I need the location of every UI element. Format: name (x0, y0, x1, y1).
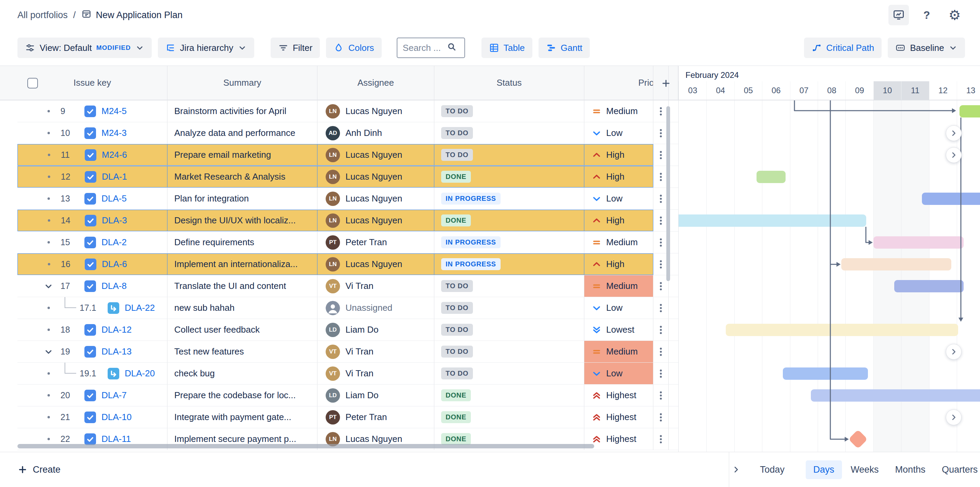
timeline-day-06[interactable]: 06 (762, 81, 790, 100)
row-menu-button[interactable] (654, 257, 668, 271)
priority-cell[interactable]: Medium (584, 275, 653, 297)
issue-key-link[interactable]: M24-6 (102, 149, 127, 160)
timeline-day-11[interactable]: 11 (901, 81, 929, 100)
vertical-scrollbar[interactable] (666, 106, 670, 281)
search-input[interactable] (403, 43, 447, 53)
column-header-issue-key[interactable]: Issue key (18, 66, 167, 100)
status-cell[interactable]: IN PROGRESS (434, 188, 584, 209)
priority-cell[interactable]: Medium (584, 232, 653, 253)
status-cell[interactable]: DONE (434, 406, 584, 428)
issue-key-link[interactable]: DLA-22 (125, 303, 155, 313)
issue-key-link[interactable]: DLA-13 (102, 346, 132, 357)
row-menu-button[interactable] (654, 279, 668, 293)
status-cell[interactable]: DONE (434, 385, 584, 406)
summary-cell[interactable]: Brainstorm activities for April (167, 100, 317, 122)
table-view-button[interactable]: Table (482, 38, 532, 58)
issue-key-link[interactable]: DLA-12 (102, 324, 132, 335)
priority-cell[interactable]: Highest (584, 406, 653, 428)
scroll-to-bar-button[interactable] (946, 344, 961, 360)
filter-button[interactable]: Filter (270, 38, 320, 58)
assignee-cell[interactable]: VTVi Tran (317, 363, 434, 384)
assignee-cell[interactable]: LNLucas Nguyen (317, 210, 434, 231)
help-button[interactable]: ? (916, 5, 937, 25)
issue-key-link[interactable]: DLA-8 (102, 281, 127, 291)
row-menu-button[interactable] (654, 170, 668, 184)
priority-cell[interactable]: Highest (584, 385, 653, 406)
status-cell[interactable]: TO DO (434, 275, 584, 297)
timeline-day-04[interactable]: 04 (706, 81, 734, 100)
summary-cell[interactable]: Test new features (167, 341, 317, 362)
row-menu-button[interactable] (654, 432, 668, 446)
row-menu-button[interactable] (654, 214, 668, 227)
timeline-day-13[interactable]: 13 (957, 81, 980, 100)
column-header-status[interactable]: Status (434, 66, 584, 100)
assignee-cell[interactable]: LNLucas Nguyen (317, 100, 434, 122)
present-mode-button[interactable] (888, 5, 909, 25)
issue-key-link[interactable]: DLA-2 (102, 237, 127, 247)
issue-key-link[interactable]: DLA-1 (102, 171, 127, 182)
timeline-day-07[interactable]: 07 (790, 81, 818, 100)
issue-key-link[interactable]: DLA-5 (102, 193, 127, 204)
status-cell[interactable]: TO DO (434, 363, 584, 384)
column-header-priority[interactable]: Priority (584, 66, 653, 100)
status-cell[interactable]: TO DO (434, 144, 584, 166)
summary-cell[interactable]: Design the UI/UX with localiz... (167, 210, 317, 231)
summary-cell[interactable]: Define requirements (167, 232, 317, 253)
issue-key-link[interactable]: DLA-10 (102, 412, 132, 422)
priority-cell[interactable]: High (584, 254, 653, 275)
row-menu-button[interactable] (654, 126, 668, 140)
summary-cell[interactable]: Implement an internationaliza... (167, 254, 317, 275)
priority-cell[interactable]: Low (584, 188, 653, 209)
priority-cell[interactable]: High (584, 166, 653, 187)
select-all-checkbox[interactable] (27, 78, 38, 89)
baseline-button[interactable]: Baseline (888, 38, 965, 58)
priority-cell[interactable]: Medium (584, 341, 653, 362)
priority-cell[interactable]: Medium (584, 100, 653, 122)
status-cell[interactable]: IN PROGRESS (434, 232, 584, 253)
row-menu-button[interactable] (654, 301, 668, 315)
issue-key-link[interactable]: M24-5 (102, 106, 127, 116)
assignee-cell[interactable]: VTVi Tran (317, 275, 434, 297)
critical-path-button[interactable]: Critical Path (804, 38, 881, 58)
scroll-to-bar-button[interactable] (946, 125, 961, 141)
assignee-cell[interactable]: PTPeter Tran (317, 406, 434, 428)
row-menu-button[interactable] (654, 345, 668, 359)
timeline-day-08[interactable]: 08 (818, 81, 845, 100)
status-cell[interactable]: TO DO (434, 319, 584, 341)
summary-cell[interactable]: check bug (167, 363, 317, 384)
issue-key-link[interactable]: M24-3 (102, 128, 127, 138)
priority-cell[interactable]: Highest (584, 428, 653, 450)
summary-cell[interactable]: Plan for integration (167, 188, 317, 209)
add-column-button[interactable] (659, 76, 673, 90)
row-menu-button[interactable] (654, 105, 668, 118)
scroll-to-bar-button[interactable] (946, 409, 961, 425)
summary-cell[interactable]: Prepare email marketing (167, 144, 317, 166)
summary-cell[interactable]: new sub hahah (167, 297, 317, 319)
zoom-months-button[interactable]: Months (888, 460, 933, 479)
expand-chevron-icon[interactable] (37, 347, 60, 357)
colors-button[interactable]: Colors (326, 38, 381, 58)
timeline-day-05[interactable]: 05 (734, 81, 762, 100)
status-cell[interactable]: TO DO (434, 297, 584, 319)
assignee-cell[interactable]: LNLucas Nguyen (317, 188, 434, 209)
issue-key-link[interactable]: DLA-7 (102, 390, 127, 401)
assignee-cell[interactable]: ADAnh Dinh (317, 122, 434, 144)
column-header-assignee[interactable]: Assignee (317, 66, 434, 100)
summary-cell[interactable]: Market Research & Analysis (167, 166, 317, 187)
row-menu-button[interactable] (654, 192, 668, 206)
timeline-day-09[interactable]: 09 (845, 81, 873, 100)
zoom-weeks-button[interactable]: Weeks (843, 460, 886, 479)
breadcrumb-all-portfolios[interactable]: All portfolios (18, 10, 68, 21)
status-cell[interactable]: TO DO (434, 122, 584, 144)
priority-cell[interactable]: Lowest (584, 319, 653, 341)
summary-cell[interactable]: Prepare the codebase for loc... (167, 385, 317, 406)
status-cell[interactable]: IN PROGRESS (434, 254, 584, 275)
priority-cell[interactable]: Low (584, 297, 653, 319)
today-button[interactable]: Today (754, 460, 791, 479)
gantt-view-button[interactable]: Gantt (539, 38, 590, 58)
issue-key-link[interactable]: DLA-20 (125, 368, 155, 379)
issue-key-link[interactable]: DLA-11 (102, 434, 131, 444)
zoom-quarters-button[interactable]: Quarters (934, 460, 980, 479)
expand-chevron-icon[interactable] (37, 281, 60, 291)
row-menu-button[interactable] (654, 236, 668, 249)
